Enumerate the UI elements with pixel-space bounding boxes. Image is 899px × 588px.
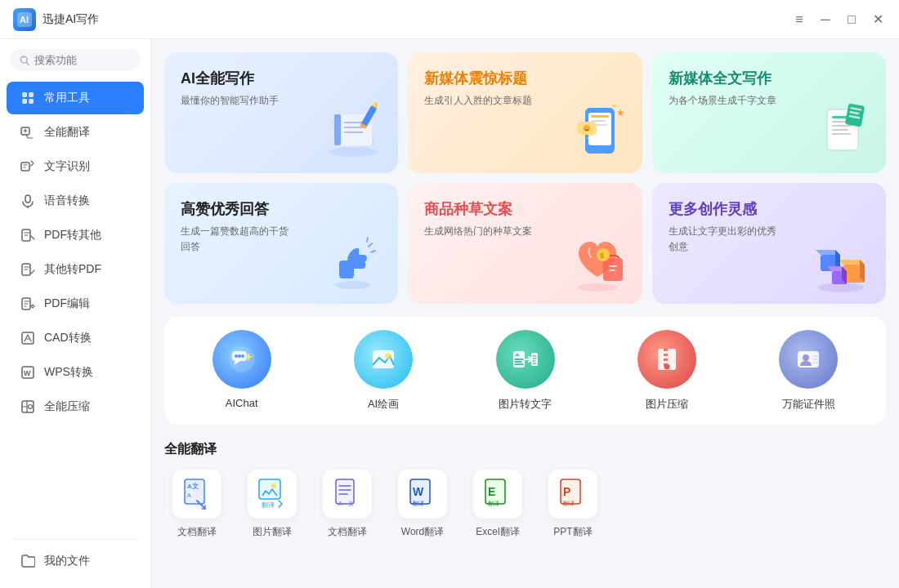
svg-point-19 — [29, 405, 33, 409]
icon-item-ai-draw[interactable]: AI绘画 — [312, 330, 454, 412]
icon-label: 图片压缩 — [646, 397, 688, 412]
card-illustration — [316, 93, 390, 167]
app-logo: AI — [13, 8, 36, 31]
minimize-button[interactable]: ─ — [817, 11, 834, 28]
sidebar-item-label: CAD转换 — [44, 331, 92, 345]
sidebar-item-common-tools[interactable]: 常用工具 — [7, 82, 144, 114]
svg-point-97 — [803, 354, 809, 361]
svg-point-56 — [578, 283, 617, 292]
close-button[interactable]: ✕ — [870, 11, 886, 28]
svg-line-3 — [26, 62, 29, 65]
svg-rect-92 — [664, 354, 668, 356]
tool-img-translate[interactable]: 翻译 图片翻译 — [239, 470, 305, 539]
svg-text:翻译: 翻译 — [262, 501, 275, 509]
card-product-copy[interactable]: 商品种草文案 生成网络热门的种草文案 — [408, 183, 642, 304]
sidebar-item-pdf-to-other[interactable]: PDF转其他 — [7, 219, 144, 252]
sidebar-item-label: 全能翻译 — [44, 125, 90, 140]
icon-item-img-to-text[interactable]: 图片转文字 — [454, 330, 596, 412]
svg-text:翻译: 翻译 — [413, 501, 424, 506]
svg-text:A→文: A→文 — [338, 501, 354, 506]
img-to-text-icon — [496, 330, 555, 389]
tool-excel-translate[interactable]: E 翻译 Excel翻译 — [465, 470, 530, 539]
section-translate-title: 全能翻译 — [164, 441, 886, 458]
sidebar-divider — [10, 539, 141, 540]
svg-rect-46 — [832, 133, 851, 135]
svg-rect-6 — [22, 99, 27, 104]
card-title: 新媒体全文写作 — [669, 69, 870, 88]
svg-rect-44 — [832, 125, 852, 127]
feature-grid: AI全能写作 最懂你的智能写作助手 — [164, 52, 886, 304]
sidebar-item-label: 语音转换 — [44, 194, 90, 208]
card-high-praise[interactable]: 高赞优秀回答 生成一篇赞数超高的干货回答 — [164, 183, 398, 304]
sidebar-item-speech-convert[interactable]: 语音转换 — [7, 185, 144, 217]
sidebar-item-label: PDF编辑 — [44, 296, 90, 311]
doc-translate-icon-box: A文 A — [172, 470, 221, 519]
svg-text:翻译: 翻译 — [563, 501, 575, 506]
img-compress-icon — [637, 330, 696, 389]
svg-line-55 — [367, 238, 368, 242]
content-area: AI全能写作 最懂你的智能写作助手 — [151, 39, 899, 588]
icon-item-id-photo[interactable]: 万能证件照 — [738, 330, 879, 412]
card-desc: 为各个场景生成千字文章 — [669, 93, 783, 109]
ai-chat-icon — [212, 330, 271, 389]
tool-doc-translate2[interactable]: A→文 文档翻译 — [315, 470, 380, 539]
card-new-media-full[interactable]: 新媒体全文写作 为各个场景生成千字文章 — [652, 52, 886, 173]
icon-item-ai-chat[interactable]: AIChat — [171, 330, 312, 412]
ppt-translate-icon-box: P 翻译 — [548, 470, 597, 519]
svg-rect-45 — [832, 129, 848, 131]
search-icon — [20, 55, 29, 66]
sidebar-item-full-translate[interactable]: 全能翻译 — [7, 116, 144, 149]
tool-ppt-translate[interactable]: P 翻译 PPT翻译 — [540, 470, 606, 539]
sidebar-item-label: 常用工具 — [44, 91, 90, 105]
common-tools-icon — [20, 90, 36, 106]
svg-rect-105 — [259, 479, 280, 499]
search-box[interactable] — [10, 49, 141, 71]
text-recognition-icon — [20, 158, 36, 175]
icon-item-img-compress[interactable]: 图片压缩 — [596, 330, 737, 412]
maximize-button[interactable]: □ — [843, 11, 860, 28]
card-desc: 生成一篇赞数超高的干货回答 — [181, 224, 295, 255]
sidebar-item-label: 我的文件 — [44, 554, 90, 568]
sidebar-bottom: 我的文件 — [0, 534, 150, 578]
sidebar-item-text-recognition[interactable]: 文字识别 — [7, 150, 144, 183]
sidebar-item-other-to-pdf[interactable]: 其他转PDF — [7, 253, 144, 286]
card-illustration: $ — [561, 224, 634, 297]
sidebar-item-pdf-edit[interactable]: PDF编辑 — [7, 287, 144, 320]
card-desc: 最懂你的智能写作助手 — [181, 93, 295, 109]
svg-rect-24 — [334, 114, 341, 145]
sidebar-item-cad-convert[interactable]: CAD转换 — [7, 322, 144, 354]
menu-button[interactable]: ≡ — [791, 11, 807, 28]
tool-doc-translate[interactable]: A文 A 文档翻译 — [164, 470, 230, 539]
sidebar-item-label: 其他转PDF — [44, 262, 101, 277]
sidebar: 常用工具 全能翻译 文字识别 — [0, 39, 151, 588]
svg-rect-33 — [591, 115, 609, 118]
tool-label: Word翻译 — [401, 525, 444, 539]
tool-word-translate[interactable]: W 翻译 Word翻译 — [390, 470, 455, 539]
card-ai-writing[interactable]: AI全能写作 最懂你的智能写作助手 — [164, 52, 398, 173]
svg-rect-80 — [373, 365, 394, 368]
sidebar-item-my-files[interactable]: 我的文件 — [7, 545, 144, 577]
excel-translate-icon-box: E 翻译 — [473, 470, 522, 519]
search-input[interactable] — [34, 54, 131, 66]
card-more-inspiration[interactable]: 更多创作灵感 生成让文字更出彩的优秀创意 — [652, 183, 886, 304]
speech-icon — [20, 193, 36, 209]
card-title: 更多创作灵感 — [669, 199, 870, 219]
card-title: 新媒体震惊标题 — [424, 69, 625, 88]
card-illustration — [804, 224, 878, 297]
svg-text:翻译: 翻译 — [488, 501, 499, 506]
sidebar-item-full-compress[interactable]: 全能压缩 — [7, 390, 144, 423]
card-new-media-title[interactable]: 新媒体震惊标题 生成引人入胜的文章标题 — [408, 52, 642, 173]
card-desc: 生成网络热门的种草文案 — [424, 224, 539, 239]
sidebar-item-wps-convert[interactable]: W WPS转换 — [7, 356, 144, 389]
svg-text:$: $ — [600, 252, 604, 260]
other-to-pdf-icon — [20, 261, 36, 278]
pdf-to-other-icon — [20, 227, 36, 243]
card-title: 商品种草文案 — [424, 199, 625, 219]
cad-icon — [20, 330, 36, 346]
svg-text:E: E — [488, 485, 495, 498]
icon-label: 图片转文字 — [499, 397, 552, 412]
doc-translate2-icon-box: A→文 — [323, 470, 372, 519]
svg-line-53 — [369, 243, 372, 247]
tool-label: PPT翻译 — [553, 525, 592, 539]
window-controls: ≡ ─ □ ✕ — [791, 11, 886, 28]
